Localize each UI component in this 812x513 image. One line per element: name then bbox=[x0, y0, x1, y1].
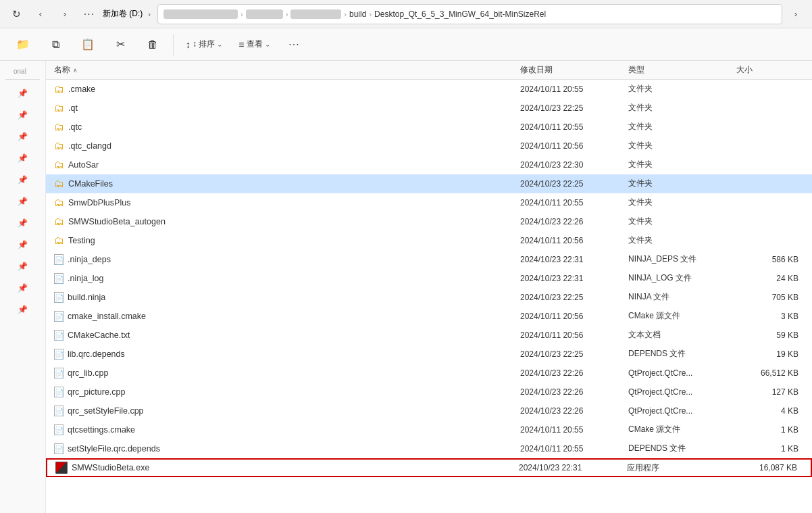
table-row[interactable]: 📄 CMakeCache.txt 2024/10/11 20:56 文本文档 5… bbox=[46, 326, 812, 345]
col-name-sort-arrow: ∧ bbox=[73, 67, 78, 74]
file-name-cell: 🗂 SMWStudioBeta_autogen bbox=[54, 216, 520, 227]
file-name-cell: 📄 CMakeCache.txt bbox=[54, 330, 520, 341]
file-icon: 📄 bbox=[54, 273, 64, 284]
file-icon: 📄 bbox=[54, 330, 64, 341]
folder-icon: 🗂 bbox=[54, 235, 64, 246]
col-date-header[interactable]: 修改日期 bbox=[520, 64, 628, 76]
folder-icon: 🗂 bbox=[54, 140, 64, 151]
delete-button[interactable]: 🗑 bbox=[138, 36, 168, 53]
file-name: .ninja_log bbox=[68, 274, 104, 283]
file-date: 2024/10/11 20:56 bbox=[520, 331, 628, 340]
pin-item-5[interactable]: 📌 bbox=[0, 169, 45, 191]
file-date: 2024/10/23 22:25 bbox=[520, 349, 628, 359]
file-icon: 📄 bbox=[54, 443, 64, 454]
file-size: 66,512 KB bbox=[736, 368, 804, 378]
breadcrumb-desktop-qt[interactable]: Desktop_Qt_6_5_3_MinGW_64_bit-MinSizeRel bbox=[374, 9, 546, 19]
sort-label: ↕ 排序 bbox=[193, 39, 215, 50]
file-date: 2024/10/23 22:26 bbox=[520, 217, 628, 226]
toolbar-more-button[interactable]: ··· bbox=[280, 36, 309, 53]
table-row[interactable]: SMWStudioBeta.exe 2024/10/23 22:31 应用程序 … bbox=[46, 458, 812, 477]
file-name-cell: 🗂 AutoSar bbox=[54, 159, 520, 170]
breadcrumb-build[interactable]: build bbox=[349, 9, 366, 19]
pin-item-6[interactable]: 📌 bbox=[0, 191, 45, 212]
pin-item-1[interactable]: 📌 bbox=[0, 82, 45, 104]
file-icon: 📄 bbox=[54, 368, 64, 378]
pin-item-11[interactable]: 📌 bbox=[0, 299, 45, 320]
table-row[interactable]: 🗂 .qt 2024/10/23 22:25 文件夹 bbox=[46, 99, 812, 118]
file-date: 2024/10/23 22:31 bbox=[520, 255, 628, 264]
paste-button[interactable]: 📋 bbox=[73, 35, 103, 53]
col-size-header[interactable]: 大小 bbox=[736, 64, 804, 76]
file-name: .ninja_deps bbox=[68, 255, 111, 264]
table-row[interactable]: 📄 lib.qrc.depends 2024/10/23 22:25 DEPEN… bbox=[46, 345, 812, 364]
breadcrumb-bar[interactable]: › › › build › Desktop_Qt_6_5_3_MinGW_64_… bbox=[157, 4, 782, 24]
forward-button[interactable]: › bbox=[54, 3, 76, 25]
col-type-header[interactable]: 类型 bbox=[628, 64, 736, 76]
col-name-header[interactable]: 名称 ∧ bbox=[54, 64, 520, 76]
table-row[interactable]: 📄 qrc_lib.cpp 2024/10/23 22:26 QtProject… bbox=[46, 364, 812, 383]
copy-button[interactable]: ⧉ bbox=[41, 36, 70, 53]
pin-item-3[interactable]: 📌 bbox=[0, 126, 45, 147]
table-row[interactable]: 🗂 .qtc 2024/10/11 20:55 文件夹 bbox=[46, 118, 812, 137]
file-size: 59 KB bbox=[736, 331, 804, 340]
sort-button[interactable]: ↕ ↕ 排序 ⌄ bbox=[179, 36, 229, 53]
file-name-cell: 📄 qtcsettings.cmake bbox=[54, 424, 520, 435]
file-name-cell: 📄 .ninja_log bbox=[54, 273, 520, 284]
new-folder-button[interactable]: 📁 bbox=[8, 35, 38, 53]
table-row[interactable]: 📄 cmake_install.cmake 2024/10/11 20:56 C… bbox=[46, 307, 812, 326]
table-row[interactable]: 📄 .ninja_log 2024/10/23 22:31 NINJA_LOG … bbox=[46, 269, 812, 288]
table-row[interactable]: 🗂 SMWStudioBeta_autogen 2024/10/23 22:26… bbox=[46, 212, 812, 231]
file-name-cell: 📄 build.ninja bbox=[54, 292, 520, 303]
file-name: qrc_lib.cpp bbox=[68, 368, 108, 378]
file-list-area: 名称 ∧ 修改日期 类型 大小 🗂 .cmake 2024/10/11 20:5… bbox=[46, 61, 812, 513]
table-row[interactable]: 🗂 Testing 2024/10/11 20:56 文件夹 bbox=[46, 231, 812, 250]
table-row[interactable]: 🗂 SmwDbPlusPlus 2024/10/11 20:55 文件夹 bbox=[46, 193, 812, 212]
table-row[interactable]: 📄 qrc_setStyleFile.cpp 2024/10/23 22:26 … bbox=[46, 401, 812, 420]
file-name: AutoSar bbox=[68, 160, 99, 170]
file-name: CMakeFiles bbox=[68, 179, 113, 189]
cut-button[interactable]: ✂ bbox=[105, 35, 135, 53]
sort-chevron: ⌄ bbox=[217, 41, 222, 48]
view-label: 查看 bbox=[247, 39, 263, 50]
table-row[interactable]: 📄 qrc_picture.cpp 2024/10/23 22:26 QtPro… bbox=[46, 383, 812, 401]
pin-item-4[interactable]: 📌 bbox=[0, 147, 45, 169]
file-type: 文本文档 bbox=[628, 329, 736, 341]
content-area: onal 📌 📌 📌 📌 📌 📌 📌 📌 📌 📌 📌 名称 ∧ 修改日期 类型 bbox=[0, 61, 812, 513]
table-row[interactable]: 📄 build.ninja 2024/10/23 22:25 NINJA 文件 … bbox=[46, 288, 812, 307]
file-name: SMWStudioBeta_autogen bbox=[68, 217, 166, 226]
table-row[interactable]: 🗂 .cmake 2024/10/11 20:55 文件夹 bbox=[46, 80, 812, 99]
pin-item-2[interactable]: 📌 bbox=[0, 104, 45, 126]
refresh-button[interactable]: ↻ bbox=[5, 3, 27, 25]
file-date: 2024/10/11 20:55 bbox=[520, 425, 628, 435]
file-icon: 📄 bbox=[54, 406, 64, 416]
pin-item-8[interactable]: 📌 bbox=[0, 234, 45, 255]
file-name: .qt bbox=[68, 103, 78, 113]
file-type: 文件夹 bbox=[628, 197, 736, 208]
toolbar: 📁 ⧉ 📋 ✂ 🗑 ↕ ↕ 排序 ⌄ ≡ 查看 ⌄ ··· bbox=[0, 28, 812, 61]
table-row[interactable]: 🗂 CMakeFiles 2024/10/23 22:25 文件夹 bbox=[46, 174, 812, 193]
view-button[interactable]: ≡ 查看 ⌄ bbox=[232, 36, 276, 53]
pin-item-10[interactable]: 📌 bbox=[0, 277, 45, 299]
breadcrumb-blur-1 bbox=[163, 9, 238, 19]
cut-icon: ✂ bbox=[116, 38, 125, 51]
pin-item-9[interactable]: 📌 bbox=[0, 255, 45, 277]
table-row[interactable]: 📄 .ninja_deps 2024/10/23 22:31 NINJA_DEP… bbox=[46, 250, 812, 269]
breadcrumb-expand-button[interactable]: › bbox=[785, 3, 807, 25]
table-row[interactable]: 📄 setStyleFile.qrc.depends 2024/10/11 20… bbox=[46, 439, 812, 458]
copy-icon: ⧉ bbox=[52, 39, 59, 51]
table-row[interactable]: 📄 qtcsettings.cmake 2024/10/11 20:55 CMa… bbox=[46, 420, 812, 439]
pin-item-7[interactable]: 📌 bbox=[0, 212, 45, 234]
file-date: 2024/10/11 20:55 bbox=[520, 84, 628, 94]
back-button[interactable]: ‹ bbox=[30, 3, 51, 25]
more-button[interactable]: ··· bbox=[78, 3, 100, 25]
file-type: 文件夹 bbox=[628, 159, 736, 170]
file-name: .qtc bbox=[68, 122, 82, 132]
file-date: 2024/10/23 22:26 bbox=[520, 387, 628, 397]
file-date: 2024/10/23 22:26 bbox=[520, 406, 628, 416]
file-date: 2024/10/11 20:55 bbox=[520, 198, 628, 207]
file-name: cmake_install.cmake bbox=[68, 312, 146, 321]
folder-icon: 🗂 bbox=[54, 216, 64, 227]
table-row[interactable]: 🗂 .qtc_clangd 2024/10/11 20:56 文件夹 bbox=[46, 137, 812, 155]
table-row[interactable]: 🗂 AutoSar 2024/10/23 22:30 文件夹 bbox=[46, 155, 812, 174]
file-name-cell: 🗂 .qt bbox=[54, 102, 520, 114]
